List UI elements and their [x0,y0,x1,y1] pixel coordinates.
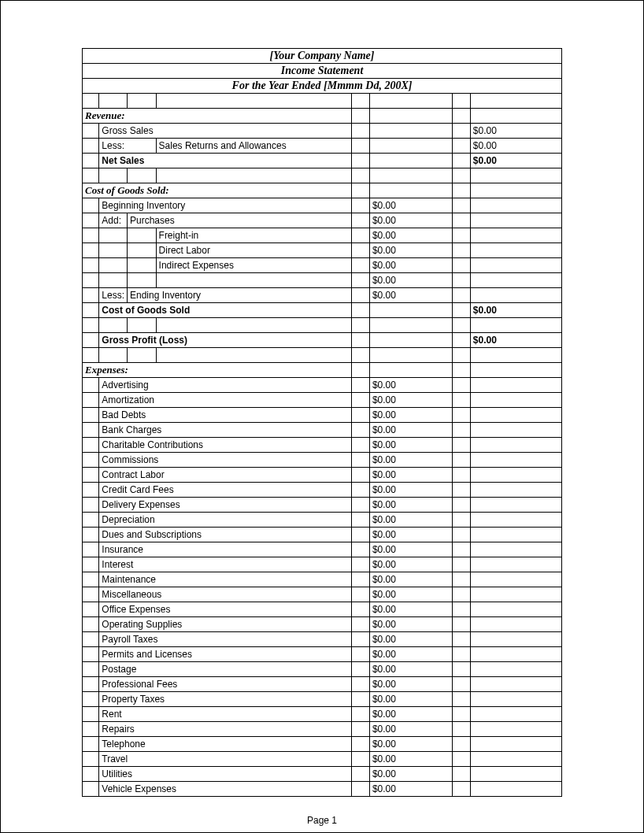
period-row: For the Year Ended [Mmmm Dd, 200X] [83,79,562,94]
expense-row: Permits and Licenses$0.00 [83,647,562,662]
expense-value: $0.00 [369,647,452,662]
expense-value: $0.00 [369,632,452,647]
gross-profit-row: Gross Profit (Loss) $0.00 [83,333,562,348]
expense-value: $0.00 [369,408,452,423]
expense-row: Credit Card Fees$0.00 [83,483,562,498]
expense-value: $0.00 [369,782,452,797]
expense-row: Contract Labor$0.00 [83,468,562,483]
expense-label: Property Taxes [99,692,351,707]
expense-row: Dues and Subscriptions$0.00 [83,528,562,542]
expense-value: $0.00 [369,453,452,468]
gross-sales-row: Gross Sales $0.00 [83,124,562,139]
cogs-total-value: $0.00 [470,303,561,318]
expense-value: $0.00 [369,513,452,528]
less-label: Less: [99,139,156,154]
expense-value: $0.00 [369,707,452,722]
gross-profit-label: Gross Profit (Loss) [99,333,351,348]
expense-value: $0.00 [369,468,452,483]
expense-row: Commissions$0.00 [83,453,562,468]
expense-label: Dues and Subscriptions [99,528,351,542]
expense-value: $0.00 [369,602,452,617]
indirect-expenses-value: $0.00 [369,258,452,273]
expense-row: Travel$0.00 [83,752,562,767]
page: [Your Company Name] Income Statement For… [0,0,644,833]
direct-labor-row: Direct Labor $0.00 [83,243,562,258]
expense-label: Advertising [99,378,351,393]
ending-inventory-row: Less: Ending Inventory $0.00 [83,288,562,303]
expense-value: $0.00 [369,767,452,782]
expense-row: Telephone$0.00 [83,737,562,752]
expense-label: Amortization [99,393,351,408]
spacer-row [83,168,562,183]
direct-labor-label: Direct Labor [156,243,351,258]
page-footer: Page 1 [1,815,643,826]
expense-label: Utilities [99,767,351,782]
expense-row: Bank Charges$0.00 [83,423,562,438]
expense-value: $0.00 [369,423,452,438]
expense-label: Vehicle Expenses [99,782,351,797]
expense-value: $0.00 [369,617,452,632]
add-label: Add: [99,213,128,228]
expense-label: Professional Fees [99,677,351,692]
expense-label: Operating Supplies [99,617,351,632]
expense-label: Miscellaneous [99,587,351,602]
expense-row: Maintenance$0.00 [83,572,562,587]
expense-value: $0.00 [369,542,452,557]
expense-value: $0.00 [369,677,452,692]
cogs-less-label: Less: [99,288,128,303]
indirect-expenses-row: Indirect Expenses $0.00 [83,258,562,273]
expense-value: $0.00 [369,498,452,513]
revenue-label: Revenue: [83,109,352,124]
cogs-total-row: Cost of Goods Sold $0.00 [83,303,562,318]
expenses-label: Expenses: [83,363,352,378]
cogs-subtotal-row: $0.00 [83,273,562,288]
net-sales-label: Net Sales [99,154,351,168]
company-name: [Your Company Name] [83,49,562,64]
indirect-expenses-label: Indirect Expenses [156,258,351,273]
expense-row: Miscellaneous$0.00 [83,587,562,602]
purchases-label: Purchases [127,213,351,228]
income-statement-table: [Your Company Name] Income Statement For… [82,48,562,797]
expense-row: Interest$0.00 [83,557,562,572]
expense-label: Commissions [99,453,351,468]
freight-in-value: $0.00 [369,228,452,243]
expense-label: Depreciation [99,513,351,528]
expense-label: Delivery Expenses [99,498,351,513]
expense-label: Bad Debts [99,408,351,423]
expense-label: Office Expenses [99,602,351,617]
expense-label: Interest [99,557,351,572]
expense-row: Property Taxes$0.00 [83,692,562,707]
sales-returns-value: $0.00 [470,139,561,154]
expense-row: Depreciation$0.00 [83,513,562,528]
company-name-row: [Your Company Name] [83,49,562,64]
expense-label: Charitable Contributions [99,438,351,453]
ending-inventory-label: Ending Inventory [127,288,351,303]
expense-label: Payroll Taxes [99,632,351,647]
expense-row: Utilities$0.00 [83,767,562,782]
expense-row: Postage$0.00 [83,662,562,677]
expense-row: Advertising$0.00 [83,378,562,393]
gross-profit-value: $0.00 [470,333,561,348]
expense-row: Amortization$0.00 [83,393,562,408]
cogs-total-label: Cost of Goods Sold [99,303,351,318]
expense-value: $0.00 [369,393,452,408]
expense-label: Contract Labor [99,468,351,483]
expense-label: Rent [99,707,351,722]
expense-row: Charitable Contributions$0.00 [83,438,562,453]
spacer-row [83,94,562,109]
direct-labor-value: $0.00 [369,243,452,258]
statement-title: Income Statement [83,64,562,79]
expense-value: $0.00 [369,572,452,587]
expense-row: Repairs$0.00 [83,722,562,737]
expense-row: Bad Debts$0.00 [83,408,562,423]
expense-value: $0.00 [369,692,452,707]
expense-row: Insurance$0.00 [83,542,562,557]
expense-label: Maintenance [99,572,351,587]
purchases-value: $0.00 [369,213,452,228]
expense-value: $0.00 [369,737,452,752]
expense-label: Telephone [99,737,351,752]
expense-value: $0.00 [369,528,452,542]
expense-label: Credit Card Fees [99,483,351,498]
expense-value: $0.00 [369,483,452,498]
title-row: Income Statement [83,64,562,79]
